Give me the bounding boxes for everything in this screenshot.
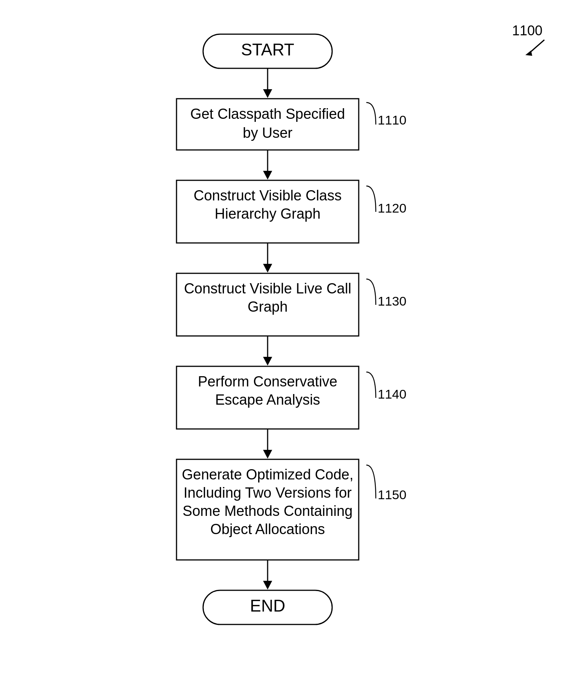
svg-marker-31 — [263, 581, 272, 590]
svg-text:Escape Analysis: Escape Analysis — [215, 392, 320, 408]
svg-text:by User: by User — [243, 125, 292, 141]
end-label: END — [250, 596, 285, 615]
diagram-container: 1100 START Get Classpath Specified by Us… — [0, 0, 588, 700]
svg-line-0 — [529, 40, 544, 53]
svg-marker-19 — [263, 357, 272, 366]
step-label-1140: 1140 — [378, 387, 407, 401]
svg-marker-4 — [263, 89, 272, 98]
svg-text:Hierarchy Graph: Hierarchy Graph — [214, 206, 320, 222]
svg-text:Generate Optimized Code,: Generate Optimized Code, — [181, 467, 353, 482]
svg-marker-24 — [263, 450, 272, 459]
step-label-1110: 1110 — [378, 113, 407, 127]
flowchart-svg: START Get Classpath Specified by User 11… — [142, 23, 446, 676]
svg-marker-14 — [263, 264, 272, 273]
svg-text:Object Allocations: Object Allocations — [210, 521, 325, 537]
step-label-1130: 1130 — [378, 294, 407, 308]
step-label-1150: 1150 — [378, 487, 407, 502]
svg-text:Some Methods Containing: Some Methods Containing — [183, 503, 353, 519]
svg-text:Perform Conservative: Perform Conservative — [198, 374, 337, 389]
svg-text:Graph: Graph — [247, 299, 288, 315]
step-label-1120: 1120 — [378, 201, 407, 215]
svg-text:Get Classpath Specified: Get Classpath Specified — [190, 106, 345, 122]
start-label: START — [241, 40, 294, 59]
svg-marker-9 — [263, 171, 272, 180]
figure-arrow-indicator — [522, 36, 552, 59]
svg-text:Including Two Versions for: Including Two Versions for — [183, 485, 352, 501]
svg-text:Construct Visible Class: Construct Visible Class — [193, 188, 341, 203]
svg-marker-1 — [525, 50, 532, 56]
svg-text:Construct Visible Live Call: Construct Visible Live Call — [184, 281, 351, 296]
